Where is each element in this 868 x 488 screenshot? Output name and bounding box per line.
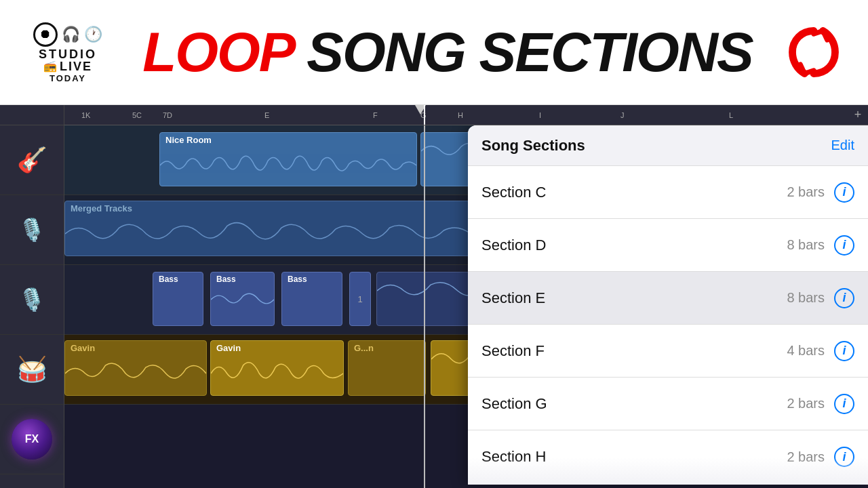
vinyl-icon: ⏺ <box>33 22 58 47</box>
gavin-waveform-2 <box>211 355 343 392</box>
guitar-track-icon: 🎸 <box>0 125 64 195</box>
bass-waveform-2 <box>211 286 274 313</box>
ruler-mark-j: J <box>620 111 625 119</box>
bass-label-2: Bass <box>211 272 274 286</box>
logo-icons: ⏺ 🎧 🕐 <box>33 22 102 47</box>
clip-merged-label: Merged Tracks <box>65 201 518 216</box>
panel-edit-button[interactable]: Edit <box>831 138 854 153</box>
section-row-section-f[interactable]: Section F4 barsi <box>468 325 868 378</box>
playhead <box>424 105 425 125</box>
info-icon-4[interactable]: i <box>834 394 854 414</box>
refresh-icon-area <box>773 22 854 83</box>
ruler-mark-5c: 5C <box>132 111 142 119</box>
bass-microphone-icon: 🎙️ <box>18 287 45 312</box>
live-label: LIVE <box>60 60 92 73</box>
daw-container: 🎸 🎙️ 🎙️ 🥁 FX 1K 5C 7D E F G H I <box>0 105 868 488</box>
drums-track-icon: 🥁 <box>0 335 64 405</box>
clip-bass-3[interactable]: Bass <box>281 272 342 326</box>
ruler-mark-l: L <box>729 111 733 119</box>
section-name-3: Section F <box>481 342 787 360</box>
section-row-section-h[interactable]: Section H2 barsi <box>468 430 868 483</box>
fx-label: FX <box>25 433 39 445</box>
main-title: Loop Song Sections <box>122 24 773 80</box>
section-row-section-d[interactable]: Section D8 barsi <box>468 219 868 272</box>
clip-gavin-1[interactable]: Gavin <box>64 340 207 396</box>
info-icon-1[interactable]: i <box>834 235 854 256</box>
section-bars-5: 2 bars <box>787 449 825 465</box>
ruler-mark-7d: 7D <box>163 111 172 119</box>
bass-track-icon: 🎙️ <box>0 265 64 335</box>
today-label: TODAY <box>50 74 86 83</box>
bass-num-label: 1 <box>357 294 362 304</box>
ruler-mark-f: F <box>373 111 378 119</box>
info-icon-0[interactable]: i <box>834 182 854 203</box>
section-bars-2: 8 bars <box>787 290 825 306</box>
vocal-track-icon: 🎙️ <box>0 195 64 265</box>
section-bars-4: 2 bars <box>787 396 825 411</box>
song-sections-panel: Song Sections Edit Section C2 barsiSecti… <box>468 125 868 485</box>
radio-icon: 📻 <box>43 61 57 72</box>
track-sidebar: 🎸 🎙️ 🎙️ 🥁 FX <box>0 105 64 488</box>
title-rest: Song Sections <box>307 21 752 83</box>
studio-live-text: STUDIO 📻 LIVE TODAY <box>39 48 97 83</box>
title-area: Loop Song Sections <box>122 24 773 80</box>
clip-merged[interactable]: Merged Tracks <box>64 201 519 256</box>
logo-area: ⏺ 🎧 🕐 STUDIO 📻 LIVE TODAY <box>14 22 122 83</box>
microphone-icon: 🎙️ <box>18 217 45 243</box>
add-section-button[interactable]: + <box>848 108 868 122</box>
panel-title: Song Sections <box>481 137 585 155</box>
bass-label-1: Bass <box>153 272 203 286</box>
ruler-mark-1k: 1K <box>81 111 90 119</box>
ruler-mark-h: H <box>458 111 463 119</box>
clip-nice-room[interactable]: Nice Room <box>159 132 417 186</box>
clip-bass-2[interactable]: Bass <box>210 272 275 326</box>
fx-track-icon: FX <box>0 405 64 474</box>
section-bars-0: 2 bars <box>787 184 825 200</box>
clip-nice-room-label: Nice Room <box>160 133 416 147</box>
info-icon-5[interactable]: i <box>834 447 854 467</box>
ruler-mark-i: I <box>539 111 541 119</box>
sections-list: Section C2 barsiSection D8 barsiSection … <box>468 166 868 483</box>
gavin-label-1: Gavin <box>65 341 206 355</box>
gavin-waveform-1 <box>65 355 206 392</box>
section-row-section-e[interactable]: Section E8 barsi <box>468 272 868 325</box>
clip-bass-1[interactable]: Bass <box>153 272 203 326</box>
section-row-section-g[interactable]: Section G2 barsi <box>468 378 868 430</box>
fx-button[interactable]: FX <box>12 419 52 460</box>
bass-label-3: Bass <box>282 272 342 286</box>
section-bars-1: 8 bars <box>787 237 825 253</box>
title-loop: Loop <box>142 21 292 83</box>
drums-icon: 🥁 <box>17 355 47 384</box>
panel-header: Song Sections Edit <box>468 125 868 166</box>
ruler: 1K 5C 7D E F G H I J L + <box>64 105 868 125</box>
section-name-1: Section D <box>481 237 787 254</box>
info-icon-2[interactable]: i <box>834 288 854 308</box>
refresh-icon <box>783 22 844 83</box>
section-bars-3: 4 bars <box>787 343 825 359</box>
gavin-label-3: G...n <box>349 341 425 355</box>
ruler-mark-e: E <box>264 111 269 119</box>
merged-waveform <box>65 216 518 253</box>
gavin-label-2: Gavin <box>211 341 343 355</box>
section-row-section-c[interactable]: Section C2 barsi <box>468 166 868 219</box>
info-icon-3[interactable]: i <box>834 341 854 361</box>
studio-label: STUDIO <box>39 48 97 60</box>
tracks-area: Nice Room Merged Tracks <box>64 125 868 488</box>
clock-icon: 🕐 <box>84 26 102 43</box>
clip-bass-num[interactable]: 1 <box>349 272 371 326</box>
section-name-5: Section H <box>481 448 787 466</box>
clip-gavin-3[interactable]: G...n <box>348 340 426 396</box>
header: ⏺ 🎧 🕐 STUDIO 📻 LIVE TODAY Loop Song Sect… <box>0 0 868 105</box>
guitar-icon: 🎸 <box>17 146 47 174</box>
section-name-0: Section C <box>481 184 787 201</box>
section-name-2: Section E <box>481 289 787 307</box>
headphones-icon: 🎧 <box>62 26 80 43</box>
nice-room-waveform <box>160 147 416 184</box>
timeline-area: 1K 5C 7D E F G H I J L + Nice Room <box>64 105 868 488</box>
clip-gavin-2[interactable]: Gavin <box>210 340 344 396</box>
section-name-4: Section G <box>481 395 787 413</box>
